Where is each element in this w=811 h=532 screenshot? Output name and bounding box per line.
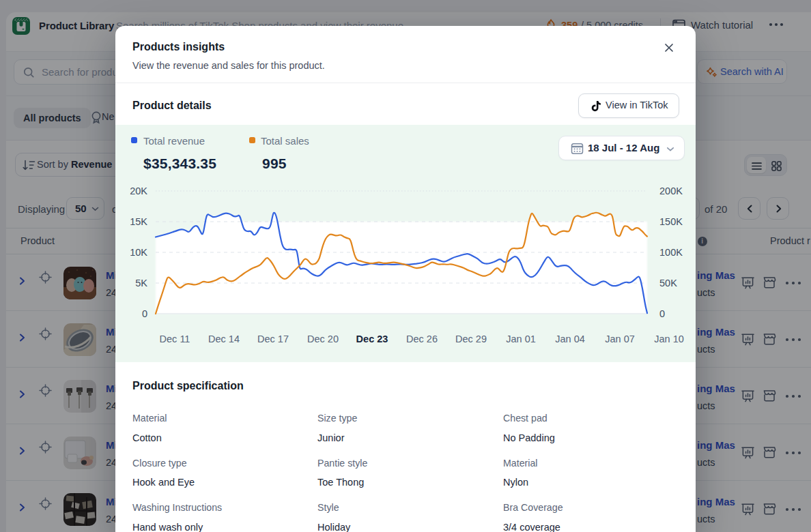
chevron-down-icon — [666, 147, 674, 152]
y-axis-right-tick: 200K — [659, 186, 683, 196]
modal-title: Products insights — [132, 41, 225, 53]
y-axis-left-tick: 5K — [116, 278, 147, 289]
spec-label: Washing Instructions — [132, 502, 222, 513]
spec-label: Bra Coverage — [503, 502, 563, 513]
date-range-picker[interactable]: 18 Jul - 12 Aug — [558, 136, 685, 160]
y-axis-left-tick: 10K — [116, 247, 147, 258]
x-axis-tick: Dec 14 — [203, 334, 244, 344]
x-axis-tick: Dec 17 — [253, 334, 294, 344]
products-insights-modal: Products insights View the revenue and s… — [115, 26, 696, 532]
view-in-tiktok-button[interactable]: View in TikTok — [578, 93, 679, 118]
spec-value: 3/4 coverage — [503, 522, 560, 532]
spec-label: Pantie style — [317, 458, 367, 469]
tiktok-button-label: View in TikTok — [606, 100, 668, 110]
calendar-icon — [571, 142, 584, 155]
spec-label: Style — [317, 502, 339, 513]
y-axis-left-tick: 15K — [116, 216, 147, 227]
product-details-heading: Product details — [132, 100, 212, 112]
x-axis-tick: Dec 26 — [401, 334, 442, 344]
modal-subtitle: View the revenue and sales for this prod… — [132, 60, 325, 71]
revenue-sales-line-chart[interactable] — [156, 191, 647, 314]
x-axis-tick: Dec 29 — [451, 334, 492, 344]
x-axis-tick: Jan 04 — [550, 334, 591, 344]
spec-label: Material — [132, 413, 167, 424]
spec-value: Cotton — [132, 432, 162, 443]
close-icon[interactable] — [661, 40, 677, 56]
product-specification-heading: Product specification — [132, 380, 244, 392]
revenue-legend-label: Total revenue — [143, 135, 205, 147]
spec-value: Junior — [317, 432, 345, 443]
date-range-value: 18 Jul - 12 Aug — [588, 142, 659, 153]
sales-legend-swatch — [249, 137, 255, 143]
x-axis-tick: Jan 07 — [599, 334, 640, 344]
spec-value: Hook and Eye — [132, 477, 195, 488]
y-axis-left-tick: 20K — [116, 186, 147, 196]
modal-header-divider — [115, 83, 696, 83]
spec-value: Holiday — [317, 522, 350, 532]
y-axis-left-tick: 0 — [116, 308, 147, 319]
spec-value: Toe Thong — [317, 477, 364, 488]
sales-legend-label: Total sales — [261, 135, 309, 147]
spec-value: Hand wash only — [132, 522, 203, 532]
spec-value: No Padding — [503, 432, 555, 443]
spec-value: Nylon — [503, 477, 528, 488]
spec-label: Size type — [317, 413, 357, 424]
y-axis-right-tick: 0 — [659, 308, 665, 319]
y-axis-right-tick: 100K — [659, 247, 683, 258]
x-axis-tick: Dec 23 — [352, 334, 393, 344]
revenue-legend-swatch — [131, 137, 137, 143]
x-axis-tick: Jan 10 — [649, 334, 689, 344]
total-sales-value: 995 — [262, 156, 287, 172]
tiktok-icon — [590, 100, 601, 113]
x-axis-tick: Dec 11 — [154, 334, 195, 344]
spec-label: Material — [503, 458, 537, 469]
y-axis-right-tick: 150K — [659, 216, 683, 227]
x-axis-tick: Jan 01 — [500, 334, 541, 344]
spec-label: Chest pad — [503, 413, 547, 424]
x-axis-tick: Dec 20 — [302, 334, 343, 344]
y-axis-right-tick: 50K — [659, 278, 677, 289]
total-revenue-value: $35,343.35 — [143, 156, 216, 172]
spec-label: Closure type — [132, 458, 187, 469]
